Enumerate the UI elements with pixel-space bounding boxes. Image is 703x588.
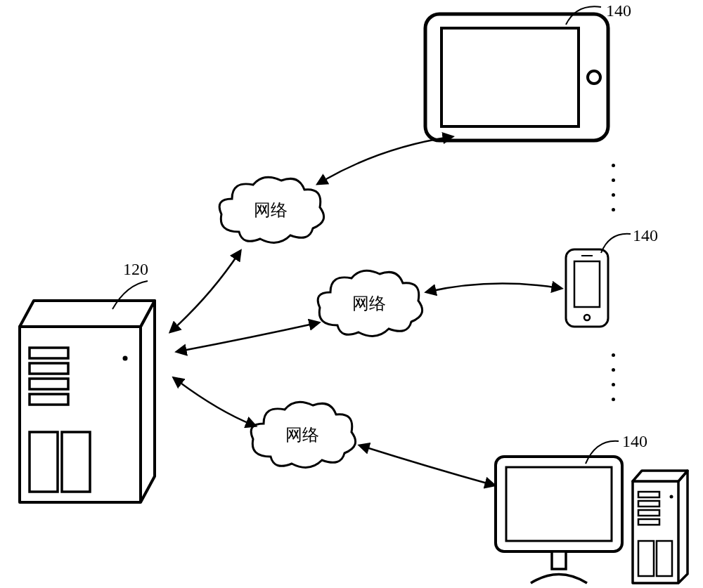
ellipsis-bottom: [612, 348, 615, 407]
ellipsis-top: [612, 158, 615, 217]
connection-arrows: [0, 0, 703, 588]
network-topology-diagram: 120 140 140: [0, 0, 703, 588]
